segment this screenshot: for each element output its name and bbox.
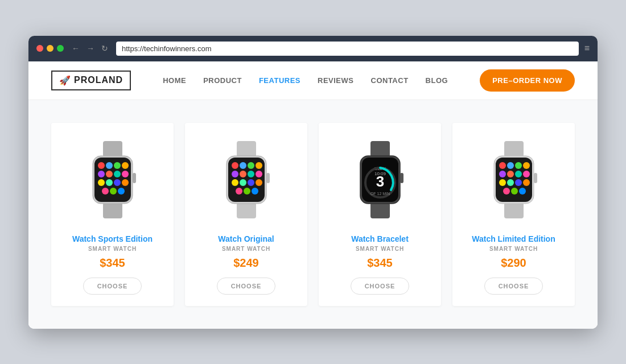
nav-links: HOME PRODUCT FEATURES REVIEWS CONTACT BL…	[131, 75, 480, 85]
nav-link-contact[interactable]: CONTACT	[371, 76, 409, 85]
nav-link-features[interactable]: FEATURES	[259, 76, 300, 85]
site-content: 🚀 PROLAND HOME PRODUCT FEATURES REVIEWS …	[28, 61, 598, 329]
svg-rect-40	[370, 141, 390, 157]
forward-button[interactable]: →	[84, 43, 97, 54]
nav-link-home[interactable]: HOME	[163, 76, 186, 85]
minimize-dot[interactable]	[47, 45, 53, 52]
svg-rect-49	[400, 173, 403, 183]
product-type-sports: SMART WATCH	[63, 246, 162, 252]
svg-point-67	[511, 188, 518, 195]
svg-point-13	[106, 179, 113, 186]
svg-point-57	[523, 162, 530, 169]
svg-point-68	[519, 188, 526, 195]
choose-button-sports[interactable]: CHOOSE	[83, 278, 142, 295]
browser-nav-buttons: ← → ↻	[69, 43, 110, 54]
svg-point-29	[240, 171, 246, 177]
nav-item-features[interactable]: FEATURES	[259, 75, 300, 85]
product-price-original: $249	[196, 257, 296, 270]
window-controls	[36, 45, 64, 52]
svg-point-17	[110, 188, 117, 195]
nav-link-product[interactable]: PRODUCT	[203, 76, 242, 85]
nav-link-blog[interactable]: BLOG	[426, 76, 448, 85]
browser-menu-icon[interactable]: ≡	[584, 43, 590, 53]
svg-rect-20	[237, 141, 256, 157]
svg-point-66	[503, 188, 510, 195]
svg-rect-21	[237, 202, 256, 218]
svg-rect-39	[266, 173, 270, 183]
reload-button[interactable]: ↻	[99, 43, 110, 54]
close-dot[interactable]	[36, 45, 43, 52]
svg-point-25	[240, 162, 246, 169]
svg-point-37	[244, 188, 250, 195]
svg-rect-0	[103, 141, 122, 157]
product-card-sports: Watch Sports Edition SMART WATCH $345 CH…	[51, 123, 174, 306]
products-grid: Watch Sports Edition SMART WATCH $345 CH…	[51, 123, 575, 306]
svg-point-4	[98, 162, 105, 169]
logo-icon: 🚀	[59, 75, 71, 86]
product-image-limited	[464, 134, 563, 225]
maximize-dot[interactable]	[57, 45, 64, 52]
svg-point-56	[515, 162, 522, 169]
browser-chrome: ← → ↻ https://techinfowinners.com ≡	[28, 36, 598, 61]
product-name-bracelet: Watch Bracelet	[330, 234, 430, 243]
svg-point-15	[122, 179, 129, 186]
svg-point-62	[499, 179, 506, 186]
product-type-original: SMART WATCH	[196, 246, 296, 252]
product-name-limited: Watch Limited Edition	[464, 234, 563, 243]
svg-point-8	[98, 171, 105, 177]
nav-item-blog[interactable]: BLOG	[426, 75, 448, 85]
nav-item-product[interactable]: PRODUCT	[203, 75, 242, 85]
svg-point-36	[236, 188, 242, 195]
choose-button-original[interactable]: CHOOSE	[217, 278, 276, 295]
product-image-original	[196, 134, 296, 225]
svg-text:OF 12 MIN: OF 12 MIN	[370, 192, 389, 196]
svg-point-34	[248, 179, 254, 186]
back-button[interactable]: ←	[69, 43, 82, 54]
svg-point-11	[122, 171, 129, 177]
products-section: Watch Sports Edition SMART WATCH $345 CH…	[28, 100, 598, 329]
svg-point-63	[507, 179, 514, 186]
product-type-bracelet: SMART WATCH	[330, 246, 430, 252]
choose-button-bracelet[interactable]: CHOOSE	[351, 278, 410, 295]
svg-point-10	[114, 171, 121, 177]
svg-rect-51	[504, 202, 524, 218]
svg-point-9	[106, 171, 113, 177]
svg-point-38	[252, 188, 258, 195]
svg-rect-19	[133, 173, 136, 183]
svg-point-54	[499, 162, 506, 169]
svg-point-28	[232, 171, 238, 177]
product-name-sports: Watch Sports Edition	[63, 234, 162, 243]
preorder-button[interactable]: PRE–ORDER NOW	[480, 69, 575, 92]
svg-point-55	[507, 162, 514, 169]
svg-point-7	[122, 162, 129, 169]
choose-button-limited[interactable]: CHOOSE	[484, 278, 543, 295]
svg-point-32	[232, 179, 238, 186]
svg-point-24	[232, 162, 238, 169]
product-price-bracelet: $345	[330, 257, 430, 270]
svg-point-33	[240, 179, 246, 186]
svg-point-5	[106, 162, 113, 169]
svg-point-30	[248, 171, 254, 177]
nav-item-reviews[interactable]: REVIEWS	[318, 75, 353, 85]
nav-item-contact[interactable]: CONTACT	[371, 75, 409, 85]
svg-point-61	[523, 171, 530, 177]
address-bar[interactable]: https://techinfowinners.com	[116, 42, 579, 56]
nav-item-home[interactable]: HOME	[163, 75, 186, 85]
logo[interactable]: 🚀 PROLAND	[51, 71, 131, 90]
svg-rect-69	[534, 173, 537, 183]
svg-point-31	[256, 171, 262, 177]
svg-point-35	[256, 179, 262, 186]
svg-point-16	[102, 188, 109, 195]
url-text: https://techinfowinners.com	[122, 44, 212, 53]
svg-point-14	[114, 179, 121, 186]
product-card-bracelet: Stand 10:09 3 OF 12 MIN Watch Brac	[319, 123, 441, 306]
nav-link-reviews[interactable]: REVIEWS	[318, 76, 353, 85]
svg-point-60	[515, 171, 522, 177]
product-image-sports	[63, 134, 162, 225]
svg-point-12	[98, 179, 105, 186]
product-name-original: Watch Original	[196, 234, 296, 243]
svg-point-26	[248, 162, 254, 169]
navbar: 🚀 PROLAND HOME PRODUCT FEATURES REVIEWS …	[28, 61, 598, 100]
product-image-bracelet: Stand 10:09 3 OF 12 MIN	[330, 134, 430, 225]
svg-point-64	[515, 179, 522, 186]
